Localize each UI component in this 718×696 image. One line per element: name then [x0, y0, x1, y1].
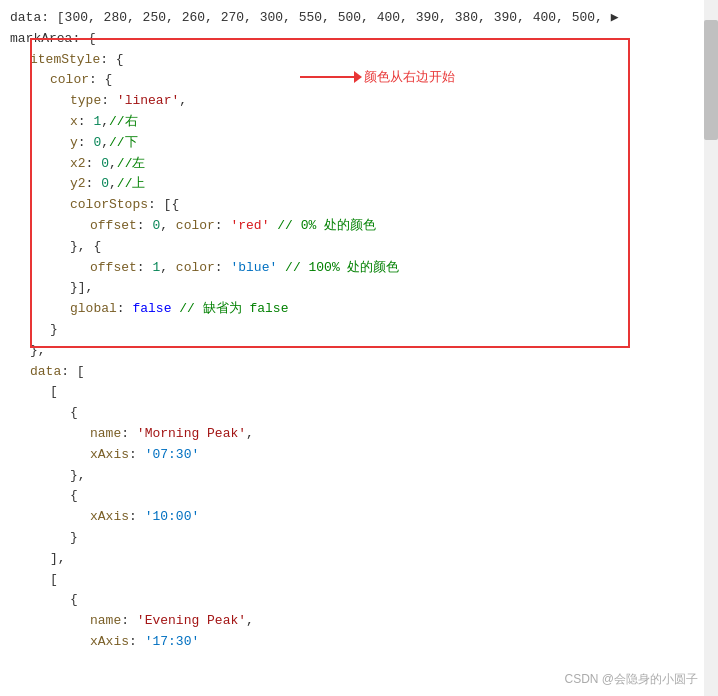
line-data-open: data: [	[0, 362, 718, 383]
line-type: type: 'linear',	[0, 91, 718, 112]
line-arr1-close: ],	[0, 549, 718, 570]
line-xaxis-0730: xAxis: '07:30'	[0, 445, 718, 466]
annotation: 颜色从右边开始	[300, 68, 455, 86]
watermark: CSDN @会隐身的小圆子	[564, 671, 698, 688]
line-close-open: }, {	[0, 237, 718, 258]
line-data: data: [300, 280, 250, 260, 270, 300, 550…	[0, 8, 718, 29]
line-markarea: markArea: {	[0, 29, 718, 50]
line-obj3-open: {	[0, 590, 718, 611]
line-name-morning: name: 'Morning Peak',	[0, 424, 718, 445]
line-xaxis-1000: xAxis: '10:00'	[0, 507, 718, 528]
scrollbar[interactable]	[704, 0, 718, 696]
line-close-color: }	[0, 320, 718, 341]
code-area: data: [300, 280, 250, 260, 270, 300, 550…	[0, 0, 718, 696]
line-x1: x: 1,//右	[0, 112, 718, 133]
line-colorstops: colorStops: [{	[0, 195, 718, 216]
line-name-evening: name: 'Evening Peak',	[0, 611, 718, 632]
line-close-arr: }],	[0, 278, 718, 299]
line-y2: y2: 0,//上	[0, 174, 718, 195]
line-xaxis-1730: xAxis: '17:30'	[0, 632, 718, 653]
line-arr1-open: [	[0, 382, 718, 403]
line-arr2-open: [	[0, 570, 718, 591]
line-x2: x2: 0,//左	[0, 154, 718, 175]
line-offset1: offset: 1, color: 'blue' // 100% 处的颜色	[0, 258, 718, 279]
scrollbar-thumb[interactable]	[704, 20, 718, 140]
arrow-icon	[300, 76, 360, 78]
line-offset0: offset: 0, color: 'red' // 0% 处的颜色	[0, 216, 718, 237]
line-obj2-open: {	[0, 486, 718, 507]
data-label: data: [300, 280, 250, 260, 270, 300, 550…	[10, 8, 619, 29]
line-obj2-close: }	[0, 528, 718, 549]
line-global: global: false // 缺省为 false	[0, 299, 718, 320]
line-obj1-close: },	[0, 466, 718, 487]
line-y0: y: 0,//下	[0, 133, 718, 154]
line-obj1-open: {	[0, 403, 718, 424]
line-close-itemstyle: },	[0, 341, 718, 362]
annotation-text: 颜色从右边开始	[364, 68, 455, 86]
